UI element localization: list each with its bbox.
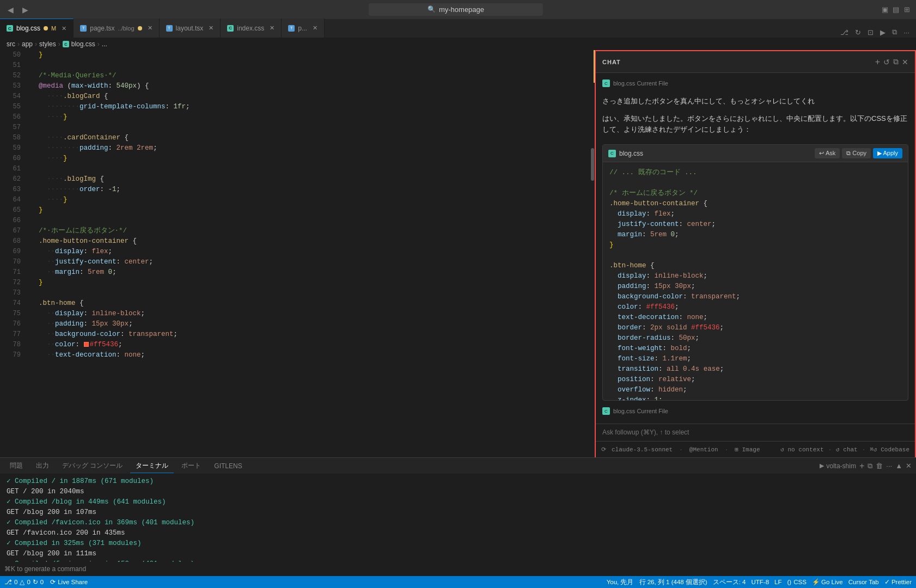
- chat-messages: C blog.css Current File さっき追加したボタンを真ん中にし…: [596, 73, 915, 424]
- model-label[interactable]: claude-3.5-sonnet: [612, 446, 673, 453]
- chat-close-button[interactable]: ✕: [902, 58, 908, 66]
- user-message: さっき追加したボタンを真ん中にして、もっとオシャレにしてくれ: [602, 94, 908, 109]
- status-encoding-text: UTF-8: [752, 579, 770, 585]
- chat-new-button[interactable]: +: [875, 57, 880, 67]
- breadcrumb-more[interactable]: ...: [102, 40, 107, 48]
- line-num-51: 51: [0, 60, 21, 71]
- editor-content: 50 51 52 53 54 55 56 57 58 59 60 61 62 6…: [0, 50, 595, 457]
- status-go-live[interactable]: ⚡ Go Live: [812, 578, 843, 586]
- warning-icon: △: [20, 578, 25, 586]
- line-num-62: 62: [0, 174, 21, 185]
- layout-btn-2[interactable]: ▤: [892, 6, 900, 14]
- cc-line-20: transition: all 0.4s ease;: [609, 364, 901, 375]
- line-num-56: 56: [0, 112, 21, 122]
- chat-input[interactable]: [602, 428, 908, 436]
- scroll-indicator[interactable]: [590, 50, 595, 457]
- mention-label[interactable]: @Mention: [689, 446, 718, 453]
- copy-button[interactable]: ⧉ Copy: [842, 148, 871, 158]
- code-line-67: /*·ホームに戻るボタン·*/: [30, 226, 590, 236]
- tab-close-blog-css[interactable]: ✕: [62, 25, 66, 32]
- tab-blog-css[interactable]: C blog.css M ✕: [0, 19, 74, 38]
- breadcrumb-app[interactable]: app: [22, 40, 33, 48]
- breadcrumb-file[interactable]: blog.css: [71, 40, 95, 48]
- codebase-label[interactable]: ⌘↺ Codebase: [870, 446, 909, 453]
- term-line-1: ✓ Compiled / in 1887ms (671 modules): [7, 476, 909, 487]
- status-git[interactable]: ⎇ 0 △ 0 ↻ 0: [4, 578, 44, 586]
- refresh-btn[interactable]: ↻: [853, 27, 863, 38]
- status-live-share[interactable]: ⟳ Live Share: [50, 578, 88, 586]
- scroll-thumb[interactable]: [591, 148, 594, 181]
- code-area[interactable]: } /*·Media·Queries·*/ @media (max-width:…: [26, 50, 590, 457]
- tab-page-tsx[interactable]: T page.tsx ../blog ✕: [74, 19, 159, 38]
- status-cursor-tab[interactable]: Cursor Tab: [848, 579, 879, 585]
- chat-panel: CHAT + ↺ ⧉ ✕ C blog.css Current File さっき…: [595, 50, 916, 457]
- status-prettier[interactable]: ✓ Prettier: [884, 578, 912, 586]
- line-num-58: 58: [0, 133, 21, 143]
- status-spaces[interactable]: スペース: 4: [713, 578, 746, 586]
- panel-tab-issues[interactable]: 問題: [4, 459, 28, 473]
- panel-trash-button[interactable]: 🗑: [876, 462, 883, 470]
- cc-line-12: padding: 15px 30px;: [609, 281, 901, 292]
- status-line-text: 行 26, 列 1 (448 個選択): [639, 578, 707, 586]
- nav-forward-button[interactable]: ▶: [20, 4, 30, 15]
- panel-add-button[interactable]: +: [859, 461, 864, 471]
- split-btn[interactable]: ⊡: [865, 27, 876, 38]
- panel-tab-port[interactable]: ポート: [176, 459, 206, 473]
- status-line-ending[interactable]: LF: [774, 579, 781, 585]
- panel-tab-gitlens[interactable]: GITLENS: [209, 460, 247, 472]
- panel-up-button[interactable]: ▲: [895, 462, 902, 470]
- code-line-78: ··color: #ff5436;: [30, 340, 590, 350]
- tab-modified-badge-tsx: [138, 26, 142, 30]
- nav-back-button[interactable]: ◀: [5, 4, 16, 15]
- tab-layout-tsx[interactable]: T layout.tsx ✕: [160, 19, 221, 38]
- tab-index-css[interactable]: C index.css ✕: [221, 19, 282, 38]
- status-bar: ⎇ 0 △ 0 ↻ 0 ⟳ Live Share You, 先月 行 26, 列…: [0, 576, 916, 588]
- panel-tab-terminal[interactable]: ターミナル: [130, 459, 174, 473]
- line-num-52: 52: [0, 71, 21, 81]
- run-btn[interactable]: ▶: [878, 27, 888, 38]
- layout-btn-3[interactable]: ⊞: [903, 6, 911, 14]
- cc-line-19: font-size: 1.1rem;: [609, 354, 901, 364]
- search-icon: 🔍: [428, 5, 436, 14]
- code-line-59: ········padding: 2rem 2rem;: [30, 143, 590, 154]
- git-icon: ⎇: [4, 578, 12, 586]
- ask-button[interactable]: ↩ Ask: [815, 148, 840, 158]
- split-view-btn[interactable]: ⧉: [890, 27, 899, 38]
- code-line-75: ··display: inline-block;: [30, 309, 590, 319]
- tab-close-layout[interactable]: ✕: [209, 24, 213, 32]
- code-line-54: ····.blogCard {: [30, 91, 590, 102]
- context-label[interactable]: ↺ no context: [780, 446, 823, 453]
- tab-close-more[interactable]: ✕: [313, 24, 317, 32]
- status-line-col[interactable]: 行 26, 列 1 (448 個選択): [639, 578, 707, 586]
- layout-btn-1[interactable]: ▣: [881, 6, 889, 14]
- chat-label[interactable]: ↺ chat: [836, 446, 858, 453]
- panel-more-button[interactable]: ···: [886, 462, 892, 470]
- status-git-info[interactable]: You, 先月: [607, 578, 634, 586]
- cc-line-7: margin: 5rem 0;: [609, 230, 901, 240]
- code-line-70: ··justify-content: center;: [30, 257, 590, 267]
- tab-close-page-tsx[interactable]: ✕: [148, 24, 152, 32]
- line-num-63: 63: [0, 185, 21, 195]
- prompt-icon: ▶: [820, 462, 824, 469]
- panel-tab-debug[interactable]: デバッグ コンソール: [57, 459, 128, 473]
- code-line-61: [30, 164, 590, 174]
- breadcrumb-styles[interactable]: styles: [39, 40, 56, 48]
- chat-split-button[interactable]: ⧉: [893, 57, 899, 66]
- panel-tab-output[interactable]: 出力: [30, 459, 54, 473]
- code-line-50: }: [30, 50, 590, 60]
- status-encoding[interactable]: UTF-8: [752, 579, 770, 585]
- panel-close-button[interactable]: ✕: [906, 462, 912, 470]
- breadcrumb-src[interactable]: src: [7, 40, 15, 48]
- status-language[interactable]: () CSS: [787, 579, 807, 585]
- tab-close-index[interactable]: ✕: [270, 24, 274, 32]
- tab-more[interactable]: T p... ✕: [282, 19, 325, 38]
- chat-history-button[interactable]: ↺: [883, 58, 890, 66]
- apply-button[interactable]: ▶ Apply: [873, 148, 902, 158]
- panel-split-button[interactable]: ⧉: [868, 462, 872, 470]
- source-control-btn[interactable]: ⎇: [838, 27, 851, 38]
- status-lang-text: CSS: [793, 579, 807, 585]
- more-actions-btn[interactable]: ···: [901, 27, 912, 38]
- image-label[interactable]: ⊞ Image: [735, 446, 760, 453]
- search-bar[interactable]: 🔍 my-homepage: [369, 3, 543, 16]
- chat-title: CHAT: [602, 59, 621, 65]
